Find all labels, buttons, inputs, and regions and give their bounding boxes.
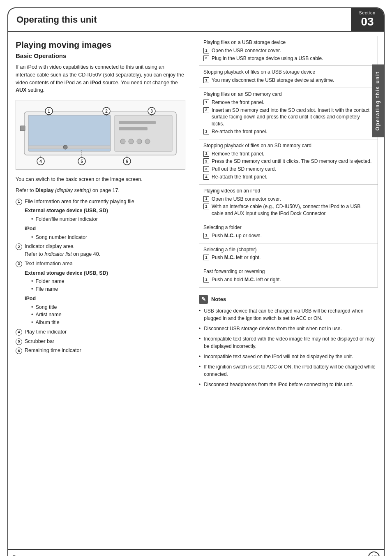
item-refer-2: Refer to Indicator list on page 40. bbox=[25, 250, 100, 258]
svg-rect-2 bbox=[115, 115, 172, 151]
page-number: 15 bbox=[368, 551, 380, 556]
table-row-3-step-1: 1 Remove the front panel. bbox=[203, 99, 374, 106]
table-row-5-title: Playing videos on an iPod bbox=[203, 188, 374, 195]
note-2: Disconnect USB storage devices from the … bbox=[199, 325, 378, 332]
table-row-4-step-2: 2 Press the SD memory card until it clic… bbox=[203, 158, 374, 165]
intro-text: If an iPod with video capabilities is co… bbox=[16, 63, 185, 94]
table-row-8-step-1: 1 Push and hold M.C. left or right. bbox=[203, 276, 374, 283]
table-row-5-step-2: 2 With an interface cable (e.g., CD-IU50… bbox=[203, 203, 374, 217]
table-row-2-step-1: 1 You may disconnect the USB storage dev… bbox=[203, 77, 374, 84]
svg-text:2: 2 bbox=[105, 109, 108, 114]
list-item-1: 1 File information area for the currentl… bbox=[16, 198, 185, 241]
notes-title: Notes bbox=[211, 296, 226, 302]
table-row-6-step-1: 1 Push M.C. up or down. bbox=[203, 232, 374, 239]
step-num: 2 bbox=[203, 107, 209, 113]
step-num: 1 bbox=[203, 233, 209, 239]
svg-point-9 bbox=[129, 139, 134, 144]
main-content: Playing moving images Basic Operations I… bbox=[7, 32, 385, 550]
table-row-1-step-1: 1 Open the USB connector cover. bbox=[203, 47, 374, 54]
notes-section: ✎ Notes USB storage device that can be c… bbox=[199, 295, 378, 391]
table-row-7-step-1: 1 Push M.C. left or right. bbox=[203, 254, 374, 261]
sidebar-label: Operating this unit bbox=[372, 65, 384, 137]
footer-lang: En bbox=[12, 554, 18, 556]
item-num-1: 1 bbox=[16, 199, 22, 205]
table-row-3: Playing files on an SD memory card 1 Rem… bbox=[199, 88, 378, 139]
bullet-artist-name: Artist name bbox=[31, 311, 108, 319]
step-num: 2 bbox=[203, 158, 209, 164]
table-row-3-step-2: 2 Insert an SD memory card into the SD c… bbox=[203, 107, 374, 127]
section-label: Section bbox=[359, 11, 376, 15]
table-row-2-title: Stopping playback of files on a USB stor… bbox=[203, 69, 374, 76]
notes-header: ✎ Notes bbox=[199, 295, 378, 304]
svg-text:3: 3 bbox=[150, 109, 153, 114]
table-row-4: Stopping playback of files on an SD memo… bbox=[199, 139, 378, 185]
refer-display: Refer to Display (display setting) on pa… bbox=[16, 187, 185, 195]
list-item-2: 2 Indicator display area Refer to Indica… bbox=[16, 243, 185, 258]
step-num: 3 bbox=[203, 166, 209, 172]
item-text-3: Text information area bbox=[25, 260, 108, 268]
footer-page: 15 bbox=[368, 551, 380, 556]
table-row-6-title: Selecting a folder bbox=[203, 224, 374, 231]
note-3: Incompatible text stored with the video … bbox=[199, 335, 378, 350]
bullet-folder-name: Folder name bbox=[31, 278, 108, 285]
item-num-3: 3 bbox=[16, 261, 22, 267]
table-row-4-step-4: 4 Re-attach the front panel. bbox=[203, 174, 374, 181]
table-row-5-step-1: 1 Open the USB connector cover. bbox=[203, 196, 374, 203]
info-table: Playing files on a USB storage device 1 … bbox=[199, 36, 378, 287]
table-row-3-step-3: 3 Re-attach the front panel. bbox=[203, 128, 374, 135]
table-row-4-step-1: 1 Remove the front panel. bbox=[203, 151, 374, 158]
header-title: Operating this unit bbox=[8, 8, 351, 31]
sub-heading-ipod-3: iPod bbox=[25, 295, 108, 303]
table-row-1-step-2: 2 Plug in the USB storage device using a… bbox=[203, 55, 374, 62]
table-row-8-title: Fast forwarding or reversing bbox=[203, 268, 374, 275]
table-row-7-title: Selecting a file (chapter) bbox=[203, 246, 374, 253]
step-num: 2 bbox=[203, 56, 209, 61]
step-num: 4 bbox=[203, 174, 209, 180]
item-num-4: 4 bbox=[16, 329, 22, 336]
item-text-4: Play time indicator bbox=[25, 328, 67, 336]
bullet-album-title: Album title bbox=[31, 319, 108, 327]
item-text-2: Indicator display area bbox=[25, 243, 100, 250]
section-num: 03 bbox=[361, 15, 374, 28]
item-num-5: 5 bbox=[16, 338, 22, 345]
page-footer: En 15 bbox=[7, 550, 385, 556]
svg-point-11 bbox=[145, 139, 150, 144]
left-column: Playing moving images Basic Operations I… bbox=[8, 32, 193, 549]
svg-point-6 bbox=[63, 145, 67, 149]
step-num: 1 bbox=[203, 196, 209, 202]
note-5: If the ignition switch is set to ACC or … bbox=[199, 363, 378, 378]
table-row-7: Selecting a file (chapter) 1 Push M.C. l… bbox=[199, 243, 378, 266]
svg-text:6: 6 bbox=[126, 159, 128, 164]
svg-point-8 bbox=[120, 139, 125, 144]
list-item-5: 5 Scrubber bar bbox=[16, 338, 185, 345]
svg-rect-4 bbox=[119, 127, 148, 130]
step-num: 2 bbox=[203, 204, 209, 209]
caption-text: You can switch to the basic screen or th… bbox=[16, 176, 185, 183]
step-num: 1 bbox=[203, 277, 209, 283]
right-column: Playing files on a USB storage device 1 … bbox=[193, 32, 384, 549]
section-badge: Section 03 bbox=[351, 8, 384, 31]
svg-rect-5 bbox=[28, 146, 111, 149]
table-row-4-title: Stopping playback of files on an SD memo… bbox=[203, 142, 374, 149]
note-6: Disconnect headphones from the iPod befo… bbox=[199, 381, 378, 388]
bullet-song-title: Song title bbox=[31, 303, 108, 311]
svg-text:4: 4 bbox=[39, 159, 42, 164]
page-main-title: Playing moving images bbox=[16, 40, 185, 50]
list-item-3: 3 Text information area External storage… bbox=[16, 260, 185, 327]
sub-heading-ext-3: External storage device (USB, SD) bbox=[25, 269, 108, 277]
list-item-6: 6 Remaining time indicator bbox=[16, 347, 185, 354]
step-num: 1 bbox=[203, 48, 209, 53]
table-row-1-title: Playing files on a USB storage device bbox=[203, 39, 374, 46]
device-diagram: 1 2 3 4 5 6 bbox=[16, 100, 185, 170]
page-header: Operating this unit Section 03 bbox=[7, 7, 385, 32]
table-row-5: Playing videos on an iPod 1 Open the USB… bbox=[199, 185, 378, 221]
step-num: 1 bbox=[203, 77, 209, 83]
item-num-6: 6 bbox=[16, 348, 22, 354]
page-sub-title: Basic Operations bbox=[16, 52, 185, 59]
table-row-4-step-3: 3 Pull out the SD memory card. bbox=[203, 166, 374, 173]
item-num-2: 2 bbox=[16, 243, 22, 250]
bullet-file-name: File name bbox=[31, 285, 108, 293]
note-1: USB storage device that can be charged v… bbox=[199, 307, 378, 322]
step-num: 1 bbox=[203, 255, 209, 260]
svg-rect-7 bbox=[20, 126, 25, 131]
